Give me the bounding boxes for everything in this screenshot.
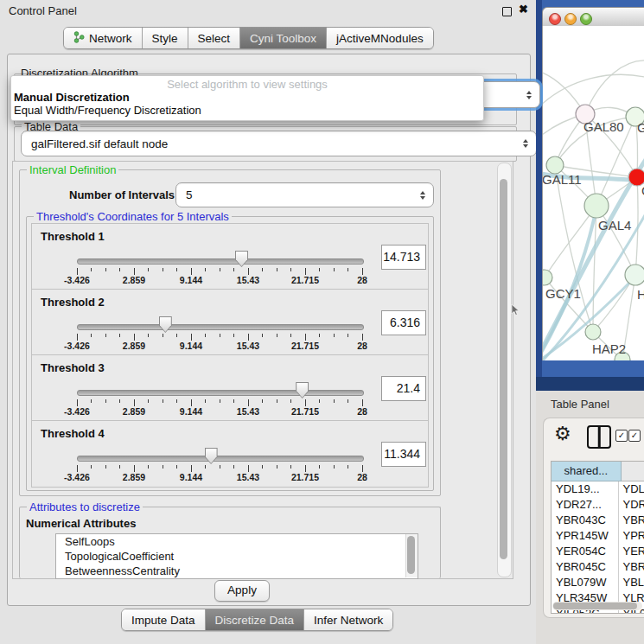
popup-item-equal-width-frequency-discretization[interactable]: Equal Width/Frequency Discretization — [11, 104, 483, 117]
threshold-value-field[interactable]: 14.713 — [381, 245, 426, 270]
slider-tick — [91, 268, 92, 271]
slider-tick — [277, 268, 277, 271]
slider-tick — [319, 268, 320, 271]
checkbox-icon[interactable]: ✓ — [628, 430, 641, 442]
slider-tick — [262, 334, 263, 337]
tab-impute-data[interactable]: Impute Data — [122, 609, 206, 630]
threshold-value-field[interactable]: 6.316 — [381, 310, 426, 335]
threshold-slider-track[interactable] — [77, 390, 364, 396]
gal11-node[interactable] — [546, 156, 564, 174]
slider-tick — [220, 268, 220, 271]
gear-icon[interactable]: ⚙ — [554, 424, 571, 444]
cell-name[interactable]: YDR2 — [619, 497, 644, 513]
table-row[interactable]: YER054CYER0 — [552, 544, 644, 559]
cell-name[interactable]: YPR1 — [619, 528, 644, 544]
slider-tick — [119, 268, 120, 271]
table-data-combobox[interactable]: galFiltered.sif default node — [21, 131, 537, 156]
slider-tick — [233, 268, 234, 271]
split-columns-icon[interactable] — [587, 425, 611, 449]
tab-cyni-toolbox[interactable]: Cyni Toolbox — [240, 28, 327, 48]
tab-discretize-data[interactable]: Discretize Data — [206, 609, 305, 630]
cell-shared-name[interactable]: YER054C — [552, 544, 619, 559]
cell-name[interactable]: YBR0 — [619, 513, 644, 528]
threshold-label: Threshold 4 — [41, 427, 105, 440]
numerical-attributes-list[interactable]: SelfLoopsTopologicalCoefficientBetweenne… — [55, 533, 418, 579]
attributes-scrollbar-thumb[interactable] — [407, 536, 415, 574]
table-row[interactable]: YBR045CYBR0 — [552, 559, 644, 575]
slider-tick-label: -3.426 — [64, 275, 90, 285]
apply-button[interactable]: Apply — [214, 580, 270, 602]
threshold-slider-track[interactable] — [77, 258, 364, 265]
gcy1-node[interactable] — [543, 270, 552, 285]
threshold-value-field[interactable]: 21.4 — [381, 376, 426, 401]
network-canvas[interactable]: GAL80GAGAL11CGAL4GCY1HHAP2 — [542, 26, 644, 360]
table-row[interactable]: YDL19...YDL1 — [552, 481, 644, 497]
attribute-item-selfloops[interactable]: SelfLoops — [56, 534, 418, 549]
network-window-titlebar[interactable] — [542, 7, 644, 28]
combo-arrows-icon — [523, 139, 528, 148]
network-edge[interactable] — [585, 61, 644, 114]
cell-shared-name[interactable]: YDR27... — [552, 497, 619, 513]
close-traffic-light-icon[interactable] — [549, 13, 561, 25]
table-row[interactable]: YBR043CYBR0 — [552, 513, 644, 528]
popup-item-manual-discretization[interactable]: Manual Discretization — [11, 91, 483, 104]
tab-network[interactable]: Network — [64, 28, 143, 48]
tab-select[interactable]: Select — [188, 28, 241, 48]
zoom-traffic-light-icon[interactable] — [580, 13, 592, 25]
slider-tick — [105, 334, 106, 337]
slider-tick — [163, 268, 163, 271]
cell-name[interactable]: YDL1 — [619, 481, 644, 497]
tab-style[interactable]: Style — [143, 28, 188, 48]
cell-shared-name[interactable]: YDL19... — [552, 481, 619, 497]
threshold-slider-thumb[interactable] — [235, 251, 248, 267]
threshold-panel-4: Threshold 4-3.4262.8599.14415.4321.71528… — [31, 420, 429, 488]
mouse-cursor — [511, 303, 520, 317]
threshold-slider-track[interactable] — [77, 456, 364, 462]
attribute-item-betweennesscentrality[interactable]: BetweennessCentrality — [56, 564, 418, 578]
close-icon[interactable]: ✖ — [519, 3, 528, 16]
cell-shared-name[interactable]: YBL079W — [552, 575, 619, 590]
cell-shared-name[interactable]: YBR043C — [552, 513, 619, 528]
cell-shared-name[interactable]: YBR045C — [552, 559, 619, 575]
slider-tick-label: 2.859 — [123, 341, 145, 351]
float-window-icon[interactable] — [502, 7, 512, 16]
slider-tick — [205, 465, 206, 469]
slider-tick — [305, 268, 306, 275]
slider-tick — [290, 399, 291, 403]
slider-tick-label: -3.426 — [64, 472, 90, 482]
checkbox-icon[interactable]: ✓ — [615, 430, 628, 442]
tab-infer-network[interactable]: Infer Network — [304, 609, 392, 630]
network-icon — [73, 31, 85, 46]
column-header-shared[interactable]: shared... — [552, 462, 622, 481]
threshold-slider-thumb[interactable] — [159, 316, 172, 333]
threshold-slider-track[interactable] — [77, 324, 364, 330]
threshold-slider-thumb[interactable] — [205, 448, 218, 464]
threshold-label: Threshold 2 — [41, 296, 105, 309]
cell-name[interactable]: YBL0 — [619, 575, 644, 590]
tab-jactivemnodules[interactable]: jActiveMNodules — [327, 28, 433, 48]
tab-label: jActiveMNodules — [336, 32, 424, 45]
table-row[interactable]: YDR27...YDR2 — [552, 497, 644, 513]
table-row[interactable]: YPR145WYPR1 — [552, 528, 644, 544]
hap2-node[interactable] — [585, 324, 601, 340]
slider-tick — [134, 334, 135, 341]
slider-tick — [248, 465, 249, 472]
attribute-item-topologicalcoefficient[interactable]: TopologicalCoefficient — [56, 549, 418, 564]
cell-name[interactable]: YBR0 — [619, 559, 644, 575]
table-row[interactable]: YBL079WYBL0 — [552, 575, 644, 590]
cell-shared-name[interactable]: YPR145W — [552, 528, 619, 544]
table-hscrollbar-thumb[interactable] — [553, 603, 637, 609]
threshold-value-field[interactable]: 11.344 — [381, 442, 426, 467]
minimize-traffic-light-icon[interactable] — [564, 13, 577, 25]
gal4-node[interactable] — [584, 194, 609, 218]
network-edge[interactable] — [543, 74, 644, 108]
h-node[interactable] — [625, 265, 644, 285]
number-of-intervals-combobox[interactable]: 5 — [175, 182, 434, 207]
cell-name[interactable]: YER0 — [619, 544, 644, 559]
column-header-name[interactable]: na — [622, 462, 644, 481]
slider-tick — [163, 399, 163, 403]
threshold-slider-thumb[interactable] — [296, 382, 309, 399]
settings-scrollbar-thumb[interactable] — [500, 179, 507, 559]
slider-tick — [163, 465, 163, 469]
slider-tick — [233, 399, 234, 403]
